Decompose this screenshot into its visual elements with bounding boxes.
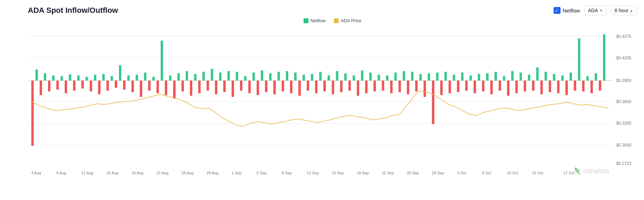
svg-rect-150 [565,81,568,95]
svg-rect-53 [161,41,163,81]
svg-rect-32 [73,81,75,91]
svg-rect-49 [144,73,146,81]
netflow-checkbox-label: Netflow [563,8,580,14]
svg-rect-143 [536,67,539,81]
svg-rect-47 [136,75,138,81]
svg-rect-136 [507,81,509,96]
svg-rect-119 [436,73,438,81]
chart-legend: Netflow ADA Price [28,18,637,23]
svg-rect-50 [148,81,151,91]
legend-netflow-label: Netflow [311,18,325,23]
svg-rect-26 [48,81,50,91]
svg-rect-148 [557,81,560,93]
svg-text:$0.3900: $0.3900 [616,78,631,83]
legend-price-label: ADA Price [341,18,361,23]
svg-rect-86 [298,81,301,96]
svg-rect-140 [524,81,526,91]
svg-rect-76 [257,81,259,95]
time-selector-dropdown[interactable]: 6 hour ▲ [611,6,637,15]
svg-rect-115 [419,74,422,81]
svg-rect-69 [227,71,230,81]
svg-rect-59 [186,71,188,81]
svg-rect-64 [207,81,209,91]
svg-rect-68 [223,81,226,92]
svg-rect-83 [286,71,288,81]
svg-rect-108 [390,81,393,93]
svg-rect-130 [482,81,484,91]
svg-rect-58 [182,81,184,91]
svg-text:8 Aug: 8 Aug [56,170,66,175]
netflow-toggle[interactable]: ✓ Netflow [554,7,580,14]
svg-rect-81 [277,72,280,81]
svg-rect-102 [365,81,368,93]
svg-rect-116 [424,81,426,97]
svg-rect-40 [106,81,109,91]
svg-rect-104 [373,81,376,91]
svg-rect-23 [35,70,38,81]
chart-container: ADA Spot Inflow/Outflow ✓ Netflow ADA ▼ … [0,0,644,200]
svg-rect-134 [499,81,501,91]
svg-rect-65 [211,69,213,80]
svg-rect-125 [461,73,464,81]
svg-text:12 Sep: 12 Sep [307,170,319,175]
svg-rect-144 [540,81,543,94]
coin-selector-dropdown[interactable]: ADA ▼ [584,6,607,15]
svg-rect-100 [357,81,359,96]
chart-header: ADA Spot Inflow/Outflow ✓ Netflow ADA ▼ … [28,6,637,15]
time-selector-value: 6 hour [614,8,628,13]
svg-rect-72 [240,81,242,91]
chart-controls: ✓ Netflow ADA ▼ 6 hour ▲ [554,6,637,15]
svg-text:3 Oct: 3 Oct [457,170,466,175]
svg-rect-110 [399,81,401,92]
watermark-text: coinglass [583,167,609,175]
svg-rect-77 [261,70,263,81]
svg-text:1 Sep: 1 Sep [232,170,242,175]
svg-rect-70 [232,81,234,97]
svg-rect-152 [574,81,576,91]
svg-rect-103 [369,73,372,81]
svg-rect-60 [190,81,192,96]
coin-selector-value: ADA [588,8,598,13]
svg-rect-38 [98,81,100,94]
svg-text:18 Aug: 18 Aug [131,170,143,175]
svg-rect-45 [127,75,130,81]
svg-rect-128 [474,81,476,93]
svg-text:$0.3300: $0.3300 [616,121,631,126]
svg-rect-158 [599,81,601,91]
svg-text:15 Sep: 15 Sep [332,170,344,175]
svg-rect-135 [503,76,505,81]
svg-text:10 Oct: 10 Oct [507,170,518,175]
svg-rect-92 [323,81,326,91]
svg-text:11 Aug: 11 Aug [81,170,93,175]
svg-rect-146 [549,81,551,92]
svg-rect-84 [290,81,292,93]
svg-rect-154 [582,81,585,91]
svg-text:29 Aug: 29 Aug [207,170,218,175]
svg-rect-98 [348,81,351,91]
svg-rect-54 [165,81,167,95]
svg-rect-66 [215,81,217,94]
svg-rect-74 [248,81,251,93]
svg-rect-39 [102,74,105,81]
svg-text:29 Sep: 29 Sep [432,170,444,175]
svg-text:22 Sep: 22 Sep [382,170,394,175]
checkbox-icon[interactable]: ✓ [554,7,561,14]
svg-rect-127 [469,75,472,81]
svg-rect-61 [194,74,196,81]
time-dropdown-arrow: ▲ [630,9,633,12]
svg-rect-33 [77,75,80,81]
svg-rect-97 [344,73,347,81]
svg-rect-129 [478,74,480,81]
svg-rect-123 [453,75,455,81]
svg-rect-142 [532,81,534,91]
legend-price: ADA Price [334,18,361,23]
svg-rect-107 [386,75,388,81]
chart-plot-area: $6.00M $3.00M $0 $-3.00M $-6.00M $-9.00M… [28,25,637,185]
svg-text:$0.3000: $0.3000 [616,143,631,148]
svg-rect-95 [336,71,338,81]
svg-rect-35 [86,77,88,80]
svg-rect-82 [282,81,284,91]
svg-rect-147 [553,74,555,81]
svg-text:4 Aug: 4 Aug [31,170,41,175]
svg-rect-106 [382,81,384,91]
